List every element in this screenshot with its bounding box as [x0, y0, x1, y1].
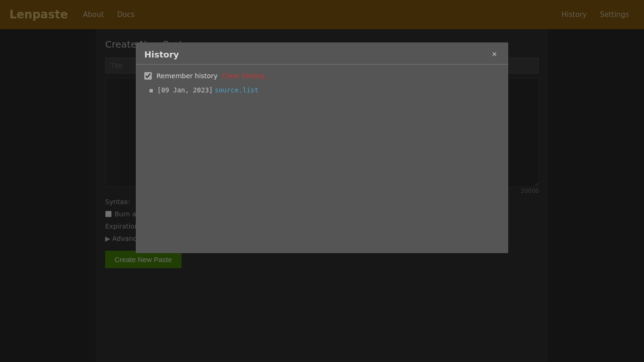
history-list: [09 Jan, 2023] source.list [144, 86, 500, 94]
modal-title: History [144, 49, 179, 59]
remember-history-checkbox[interactable] [144, 72, 152, 80]
history-item: [09 Jan, 2023] source.list [149, 86, 500, 94]
modal-header: History × [136, 42, 508, 65]
history-link[interactable]: source.list [215, 86, 259, 94]
modal-body: Remember history Clear history... [09 Ja… [136, 65, 508, 253]
modal-overlay[interactable]: History × Remember history Clear history… [0, 0, 644, 362]
remember-label: Remember history [157, 72, 217, 80]
history-date: [09 Jan, 2023] [157, 86, 213, 94]
modal-close-button[interactable]: × [489, 49, 500, 59]
history-modal: History × Remember history Clear history… [136, 42, 508, 253]
remember-row: Remember history Clear history... [144, 72, 500, 80]
clear-history-link[interactable]: Clear history... [222, 72, 270, 80]
